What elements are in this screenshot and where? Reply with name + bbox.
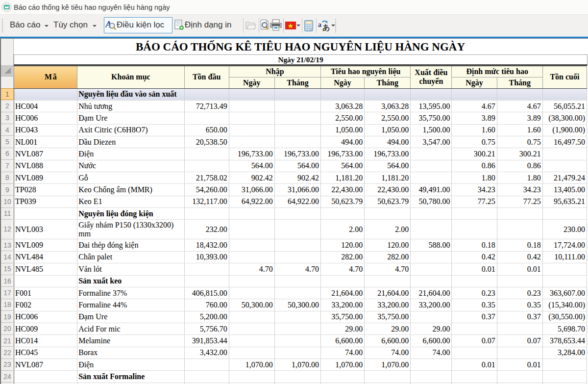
svg-text:a: a [318,21,321,28]
svg-text:あ: あ [322,23,330,32]
